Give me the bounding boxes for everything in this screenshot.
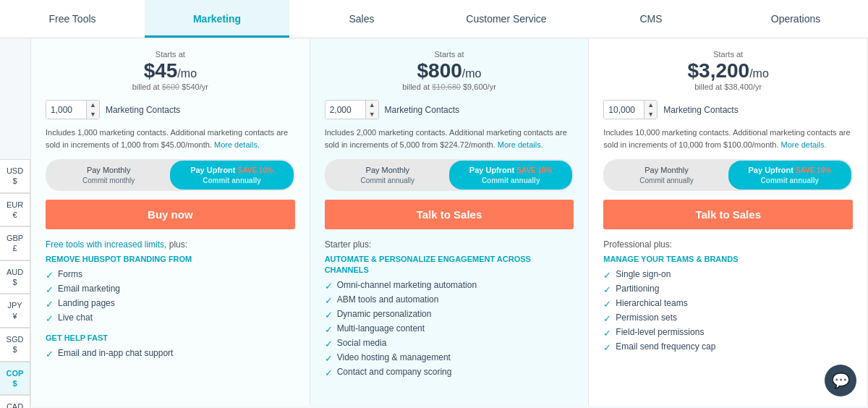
- list-item: ✓Contact and company scoring: [325, 367, 574, 378]
- list-item: ✓Video hosting & management: [325, 352, 574, 364]
- list-item: ✓Partitioning: [603, 284, 853, 295]
- check-icon: ✓: [325, 281, 333, 292]
- check-icon: ✓: [603, 284, 611, 295]
- professional-cta-button[interactable]: Talk to Sales: [325, 200, 574, 229]
- enterprise-contacts-up[interactable]: ▲: [644, 101, 657, 110]
- currency-aud[interactable]: AUD $: [0, 260, 30, 294]
- check-icon: ✓: [325, 295, 333, 306]
- professional-features: Starter plus: AUTOMATE & PERSONALIZE ENG…: [325, 239, 574, 379]
- starter-features: Free tools with increased limits, plus: …: [46, 239, 295, 360]
- enterprise-features: Professional plus: MANAGE YOUR TEAMS & B…: [603, 239, 853, 353]
- professional-feature-head: AUTOMATE & PERSONALIZE ENGAGEMENT ACROSS…: [325, 254, 574, 276]
- starter-contacts-link[interactable]: More details.: [214, 140, 260, 149]
- professional-starts-at-label: Starts at: [325, 50, 574, 59]
- starter-pay-upfront-btn[interactable]: Pay Upfront SAVE 10% Commit annually: [170, 161, 293, 189]
- tab-customer-service[interactable]: Customer Service: [434, 0, 579, 38]
- enterprise-contacts-label: Marketing Contacts: [663, 105, 738, 115]
- enterprise-contacts-desc: Includes 10,000 marketing contacts. Addi…: [603, 127, 853, 150]
- professional-contacts-link[interactable]: More details.: [498, 140, 543, 149]
- enterprise-contacts-input[interactable]: [604, 101, 644, 119]
- professional-pay-upfront-btn[interactable]: Pay Upfront SAVE 10% Commit annually: [449, 161, 572, 189]
- professional-contacts-row: ▲ ▼ Marketing Contacts: [325, 100, 574, 120]
- check-icon: ✓: [46, 270, 54, 281]
- starter-contacts-up[interactable]: ▲: [87, 101, 99, 110]
- enterprise-payment-toggle: Pay Monthly Commit annually Pay Upfront …: [603, 159, 853, 190]
- enterprise-starts-at-label: Starts at: [603, 50, 853, 59]
- check-icon: ✓: [603, 328, 611, 339]
- professional-contacts-spinners: ▲ ▼: [365, 101, 378, 119]
- tab-free-tools[interactable]: Free Tools: [0, 0, 145, 38]
- chat-fab-button[interactable]: 💬: [825, 365, 856, 396]
- list-item: ✓Email and in-app chat support: [46, 348, 295, 360]
- enterprise-contacts-spinners: ▲ ▼: [644, 101, 657, 119]
- check-icon: ✓: [325, 353, 333, 364]
- list-item: ✓Hierarchical teams: [603, 298, 853, 310]
- currency-jpy[interactable]: JPY ¥: [0, 294, 30, 328]
- currency-eur[interactable]: EUR €: [0, 193, 30, 227]
- professional-pay-monthly-btn[interactable]: Pay Monthly Commit annually: [326, 161, 449, 189]
- currency-cad[interactable]: CAD $: [0, 395, 30, 406]
- starter-contacts-desc: Includes 1,000 marketing contacts. Addit…: [46, 127, 295, 150]
- enterprise-contacts-link[interactable]: More details.: [781, 140, 827, 149]
- starter-contacts-label: Marketing Contacts: [106, 105, 180, 115]
- starter-starts-at-label: Starts at: [46, 50, 295, 59]
- check-icon: ✓: [603, 313, 611, 324]
- currency-cop[interactable]: COP $: [0, 362, 30, 396]
- list-item: ✓Multi-language content: [325, 323, 574, 335]
- list-item: ✓Forms: [46, 269, 295, 281]
- check-icon: ✓: [325, 339, 333, 349]
- starter-contacts-down[interactable]: ▼: [87, 110, 99, 119]
- enterprise-feature-head: MANAGE YOUR TEAMS & BRANDS: [603, 254, 853, 265]
- starter-pay-monthly-btn[interactable]: Pay Monthly Commit monthly: [47, 161, 170, 189]
- list-item: ✓Landing pages: [46, 298, 295, 310]
- currency-gbp[interactable]: GBP £: [0, 226, 30, 260]
- tab-marketing[interactable]: Marketing: [145, 0, 289, 38]
- tab-sales[interactable]: Sales: [289, 0, 434, 38]
- plan-enterprise: Starts at $3,200/mo billed at $38,400/yr…: [589, 38, 868, 406]
- list-item: ✓Dynamic personalization: [325, 309, 574, 320]
- professional-contacts-down[interactable]: ▼: [366, 110, 378, 119]
- enterprise-billed: billed at $38,400/yr: [603, 82, 853, 91]
- tabs-bar: Free Tools Marketing Sales Customer Serv…: [0, 0, 868, 38]
- professional-contacts-input-wrap[interactable]: ▲ ▼: [325, 100, 379, 120]
- currency-usd[interactable]: USD $: [0, 159, 30, 193]
- enterprise-pay-monthly-btn[interactable]: Pay Monthly Commit annually: [605, 161, 728, 189]
- check-icon: ✓: [46, 284, 54, 295]
- plan-starter: Starts at $45/mo billed at $600 $540/yr …: [30, 38, 310, 406]
- enterprise-cta-button[interactable]: Talk to Sales: [603, 200, 853, 229]
- starter-price: $45/mo: [46, 60, 295, 82]
- professional-contacts-label: Marketing Contacts: [385, 105, 459, 115]
- enterprise-contacts-down[interactable]: ▼: [644, 110, 657, 119]
- tab-cms[interactable]: CMS: [579, 0, 723, 38]
- enterprise-pay-upfront-btn[interactable]: Pay Upfront SAVE 10% Commit annually: [728, 161, 851, 189]
- pricing-area: Starts at $45/mo billed at $600 $540/yr …: [30, 38, 868, 406]
- professional-contacts-input[interactable]: [326, 101, 365, 119]
- enterprise-contacts-input-wrap[interactable]: ▲ ▼: [603, 100, 658, 120]
- tab-operations[interactable]: Operations: [723, 0, 868, 38]
- professional-contacts-up[interactable]: ▲: [366, 101, 378, 110]
- list-item: ✓Email send frequency cap: [603, 341, 853, 353]
- list-item: ✓Permission sets: [603, 313, 853, 324]
- plan-professional: Starts at $800/mo billed at $10,680 $9,6…: [310, 38, 590, 406]
- check-icon: ✓: [603, 342, 611, 353]
- starter-contacts-input-wrap[interactable]: ▲ ▼: [46, 100, 100, 120]
- check-icon: ✓: [603, 299, 611, 310]
- starter-billed: billed at $600 $540/yr: [46, 82, 295, 91]
- list-item: ✓Omni-channel marketing automation: [325, 280, 574, 292]
- list-item: ✓Live chat: [46, 313, 295, 324]
- check-icon: ✓: [603, 270, 611, 281]
- starter-contacts-spinners: ▲ ▼: [86, 101, 99, 119]
- enterprise-contacts-row: ▲ ▼ Marketing Contacts: [603, 100, 853, 120]
- enterprise-price: $3,200/mo: [603, 60, 853, 82]
- list-item: ✓Email marketing: [46, 284, 295, 295]
- currency-sidebar: USD $ EUR € GBP £ AUD $ JPY ¥ SGD $ COP …: [0, 159, 30, 406]
- currency-sgd[interactable]: SGD $: [0, 328, 30, 362]
- list-item: ✓Field-level permissions: [603, 327, 853, 339]
- starter-contacts-input[interactable]: [46, 101, 86, 119]
- starter-cta-button[interactable]: Buy now: [46, 200, 295, 229]
- starter-feature-lead: Free tools with increased limits, plus:: [46, 239, 295, 250]
- professional-price: $800/mo: [325, 60, 574, 82]
- check-icon: ✓: [325, 367, 333, 378]
- list-item: ✓ABM tools and automation: [325, 294, 574, 306]
- chat-icon: 💬: [832, 372, 850, 389]
